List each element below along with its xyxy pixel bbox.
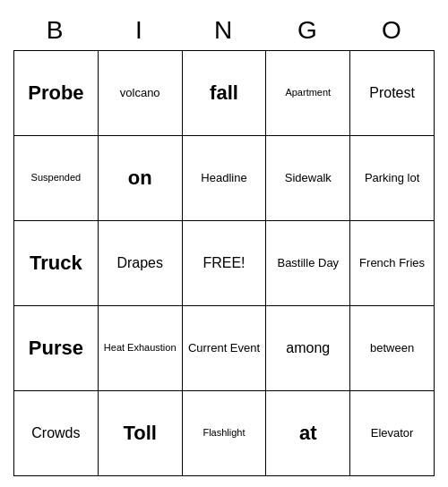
cell-2-0: Truck [14,221,99,306]
header-letter: N [182,11,266,50]
cell-text: Parking lot [354,171,430,185]
cell-text: between [354,341,430,355]
cell-text: Protest [354,84,430,101]
bingo-grid: ProbevolcanofallApartmentProtestSuspende… [13,50,435,476]
cell-1-4: Parking lot [350,136,435,221]
cell-text: Drapes [102,254,178,271]
header-letter: I [98,11,182,50]
cell-0-2: fall [183,51,267,136]
cell-2-4: French Fries [350,221,435,306]
bingo-card: BINGO ProbevolcanofallApartmentProtestSu… [13,11,435,476]
cell-text: on [102,167,178,190]
cell-3-2: Current Event [183,306,267,391]
cell-0-1: volcano [99,51,183,136]
cell-text: fall [186,81,263,105]
cell-3-1: Heat Exhaustion [99,306,183,391]
cell-3-4: between [350,306,435,391]
cell-text: Current Event [186,341,263,355]
cell-1-1: on [99,136,183,221]
cell-2-1: Drapes [99,221,183,306]
cell-text: volcano [102,86,178,100]
cell-4-4: Elevator [350,391,435,476]
header-letter: B [13,11,98,50]
cell-2-3: Bastille Day [266,221,350,306]
cell-0-4: Protest [350,51,435,136]
cell-0-0: Probe [14,51,99,136]
cell-0-3: Apartment [266,51,350,136]
cell-text: among [270,339,346,356]
cell-text: Truck [18,252,94,275]
cell-text: Elevator [354,426,430,440]
cell-4-1: Toll [99,391,183,476]
cell-text: Toll [102,422,178,445]
cell-4-2: Flashlight [183,391,267,476]
cell-text: at [270,422,346,445]
cell-4-0: Crowds [14,391,99,476]
header-letter: O [350,11,435,50]
cell-text: French Fries [354,256,430,270]
cell-text: Heat Exhaustion [102,342,178,354]
cell-4-3: at [266,391,350,476]
cell-text: Apartment [270,87,346,98]
header-letter: G [266,11,350,50]
bingo-header: BINGO [13,11,435,50]
cell-text: Purse [18,337,94,360]
cell-text: Suspended [18,172,94,184]
cell-text: Sidewalk [270,171,346,185]
cell-3-3: among [266,306,350,391]
cell-text: Flashlight [186,427,263,439]
cell-1-0: Suspended [14,136,99,221]
cell-text: Crowds [18,424,94,441]
cell-text: Headline [186,171,263,185]
cell-text: Probe [18,81,94,105]
cell-2-2: FREE! [183,221,267,306]
cell-1-2: Headline [183,136,267,221]
cell-3-0: Purse [14,306,99,391]
cell-text: Bastille Day [270,256,346,270]
cell-1-3: Sidewalk [266,136,350,221]
cell-text: FREE! [186,254,263,271]
